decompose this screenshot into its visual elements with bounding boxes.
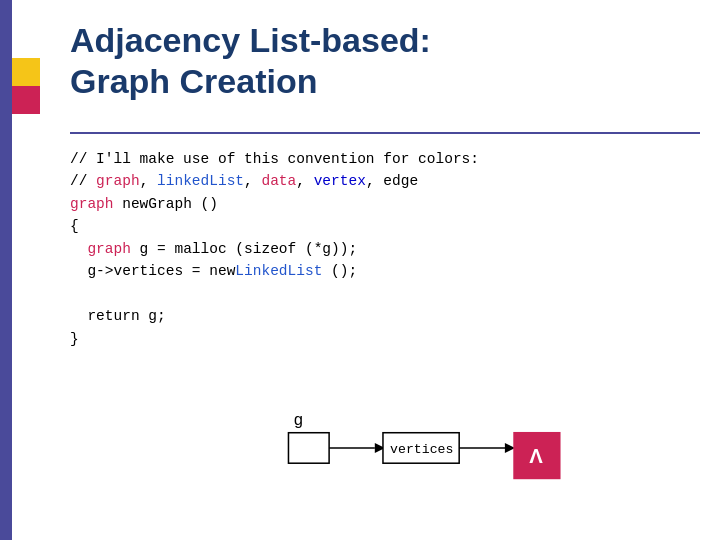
pink-square-accent [12,86,40,114]
code-line-4: graph g = malloc (sizeof (*g)); [70,238,700,260]
title-line1: Adjacency List-based: [70,21,431,59]
yellow-square-accent [12,58,40,86]
title-section: Adjacency List-based: Graph Creation [70,20,700,102]
slide-title: Adjacency List-based: Graph Creation [70,20,700,102]
code-line-7: return g; [70,305,700,327]
code-line-6 [70,283,700,305]
g-box [288,433,329,463]
accent-bar [0,0,12,540]
slide: Adjacency List-based: Graph Creation // … [0,0,720,540]
title-line2: Graph Creation [70,62,317,100]
diagram-svg: g vertices Λ [70,390,700,510]
lambda-label: Λ [529,445,543,467]
g-label: g [294,411,304,430]
code-line-8: } [70,328,700,350]
code-block: // I'll make use of this convention for … [70,148,700,350]
divider [70,132,700,134]
code-line-5: g->vertices = newLinkedList (); [70,260,700,282]
code-section: // I'll make use of this convention for … [70,148,700,350]
vertices-label: vertices [390,442,453,457]
code-line-2: graph newGraph () [70,193,700,215]
code-line-0: // I'll make use of this convention for … [70,148,700,170]
diagram-section: g vertices Λ [70,390,700,510]
code-line-1: // graph, linkedList, data, vertex, edge [70,170,700,192]
code-line-3: { [70,215,700,237]
